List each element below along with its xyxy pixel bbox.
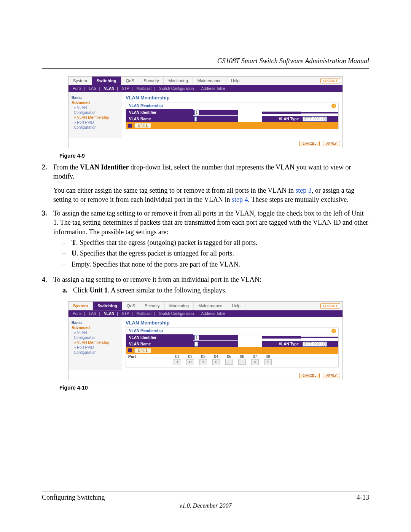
tab-maintenance[interactable]: Maintenance	[193, 77, 226, 85]
sidebar: Basic Advanced » VLAN Configuration » VL…	[68, 92, 122, 138]
port-01-state[interactable]: T	[174, 359, 181, 365]
main-tabs: System Switching QoS Security Monitoring…	[68, 77, 342, 85]
vlan-name-input-2[interactable]	[194, 342, 198, 347]
tab-qos[interactable]: QoS	[121, 77, 139, 85]
unit-1-button-2[interactable]: Unit 1	[134, 348, 151, 353]
logout-button[interactable]: LOGOUT	[320, 78, 340, 83]
tab-switching[interactable]: Switching	[92, 77, 121, 85]
tab-system[interactable]: System	[68, 77, 92, 85]
figure-4-10: System Switching QoS Security Monitoring…	[68, 301, 343, 380]
footer-version: v1.0, December 2007	[42, 502, 369, 509]
page-header-title: GS108T Smart Switch Software Administrat…	[42, 57, 369, 65]
sidebar-item-port-pvid[interactable]: » Port PVID	[74, 120, 119, 125]
manual-page: { "header_title": "GS108T Smart Switch S…	[0, 0, 411, 532]
logout-button-2[interactable]: LOGOUT	[320, 303, 340, 308]
unit-1-button[interactable]: Unit 1	[134, 123, 151, 128]
tab-switching-2[interactable]: Switching	[93, 302, 122, 310]
vlan-name-label: VLAN Name	[126, 116, 193, 122]
tab-help[interactable]: Help	[226, 77, 245, 85]
vlan-identifier-select[interactable]: 1	[194, 110, 199, 115]
footer-section: Configuring Switching	[42, 494, 105, 502]
subtab-lag[interactable]: LAG	[88, 86, 101, 91]
subtab-switch-config[interactable]: Switch Configuration	[158, 86, 199, 91]
port-grid: Port 01 02 03 04 05 06 07 08 T	[126, 354, 338, 367]
port-row-label: Port	[128, 355, 170, 359]
sidebar-basic[interactable]: Basic	[72, 96, 119, 100]
port-02-state[interactable]: U	[186, 359, 194, 365]
tab-monitoring[interactable]: Monitoring	[164, 77, 193, 85]
step-3: 3. To assign the same tag setting to or …	[42, 209, 369, 270]
subtab-vlan[interactable]: VLAN	[103, 86, 119, 91]
port-03-state[interactable]: T	[199, 359, 207, 365]
port-04-state[interactable]: U	[212, 359, 220, 365]
sidebar-item-vlan-membership[interactable]: » VLAN Membership	[74, 115, 119, 120]
unit-toggle-checkbox[interactable]	[128, 124, 132, 128]
tab-monitoring-2[interactable]: Monitoring	[165, 302, 194, 310]
port-06-state[interactable]	[238, 359, 246, 365]
apply-button-2[interactable]: APPLY	[323, 373, 340, 378]
vlan-identifier-label: VLAN Identifier	[126, 109, 193, 116]
tab-system-2[interactable]: System	[68, 302, 93, 310]
subtab-stp[interactable]: STP	[121, 86, 134, 91]
subtab-address-table[interactable]: Address Table	[200, 86, 226, 91]
vlan-type-label: VLAN Type	[262, 116, 301, 122]
port-05-state[interactable]	[225, 359, 233, 365]
panel-subtitle: VLAN Membership ?	[126, 102, 338, 109]
tab-security[interactable]: Security	[139, 77, 164, 85]
help-icon-2[interactable]: ?	[331, 329, 336, 333]
port-07-state[interactable]: U	[251, 359, 259, 365]
step-4: 4. To assign a tag setting to or remove …	[42, 275, 369, 297]
help-icon[interactable]: ?	[331, 104, 336, 108]
figure-4-9: System Switching QoS Security Monitoring…	[68, 76, 343, 148]
link-step-4[interactable]: step 4	[232, 196, 248, 203]
sidebar-advanced[interactable]: Advanced	[72, 101, 119, 105]
step-2-note: You can either assign the same tag setti…	[53, 186, 369, 204]
vlan-type-value: IEEE 802.1Q	[303, 117, 327, 121]
sidebar-item-configuration-2[interactable]: Configuration	[74, 125, 119, 129]
sidebar-item-configuration[interactable]: Configuration	[74, 110, 119, 115]
footer-page-number: 4-13	[357, 494, 369, 502]
page-footer: Configuring Switching 4-13 v1.0, Decembe…	[42, 489, 369, 509]
sub-tabs: Ports LAG VLAN STP Multicast Switch Conf…	[68, 85, 342, 92]
sidebar-item-vlan[interactable]: » VLAN	[74, 105, 119, 110]
subtab-ports[interactable]: Ports	[72, 86, 86, 91]
subtab-multicast[interactable]: Multicast	[135, 86, 156, 91]
figure-4-9-caption: Figure 4-9	[59, 153, 369, 159]
panel-title: VLAN Membership	[126, 95, 339, 101]
vlan-identifier-select-2[interactable]: 1	[194, 335, 199, 340]
cancel-button-2[interactable]: CANCEL	[299, 373, 320, 378]
tab-help-2[interactable]: Help	[227, 302, 245, 310]
header-rule	[42, 68, 369, 69]
tab-qos-2[interactable]: QoS	[122, 302, 140, 310]
step-2: 2. From the VLAN Identifier drop-down li…	[42, 163, 369, 181]
unit-toggle-checkbox-2[interactable]	[128, 348, 132, 352]
link-step-3[interactable]: step 3	[295, 187, 312, 194]
tab-maintenance-2[interactable]: Maintenance	[194, 302, 227, 310]
port-08-state[interactable]: T	[264, 359, 272, 365]
vlan-name-input[interactable]	[194, 117, 197, 121]
figure-4-10-caption: Figure 4-10	[59, 385, 369, 391]
tab-security-2[interactable]: Security	[140, 302, 165, 310]
cancel-button[interactable]: CANCEL	[299, 141, 320, 146]
apply-button[interactable]: APPLY	[323, 141, 340, 146]
